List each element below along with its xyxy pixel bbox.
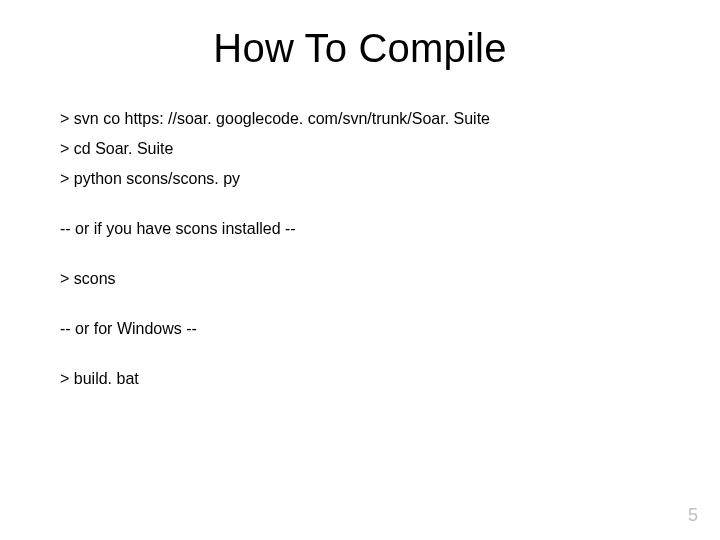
page-number: 5 bbox=[688, 505, 698, 526]
note-text: -- or for Windows -- bbox=[60, 317, 660, 341]
command-line: > python scons/scons. py bbox=[60, 167, 660, 191]
note-text: -- or if you have scons installed -- bbox=[60, 217, 660, 241]
command-line: > cd Soar. Suite bbox=[60, 137, 660, 161]
slide: How To Compile > svn co https: //soar. g… bbox=[0, 0, 720, 540]
command-line: > svn co https: //soar. googlecode. com/… bbox=[60, 107, 660, 131]
slide-title: How To Compile bbox=[60, 26, 660, 71]
command-line: > build. bat bbox=[60, 367, 660, 391]
command-line: > scons bbox=[60, 267, 660, 291]
slide-body: > svn co https: //soar. googlecode. com/… bbox=[60, 107, 660, 391]
